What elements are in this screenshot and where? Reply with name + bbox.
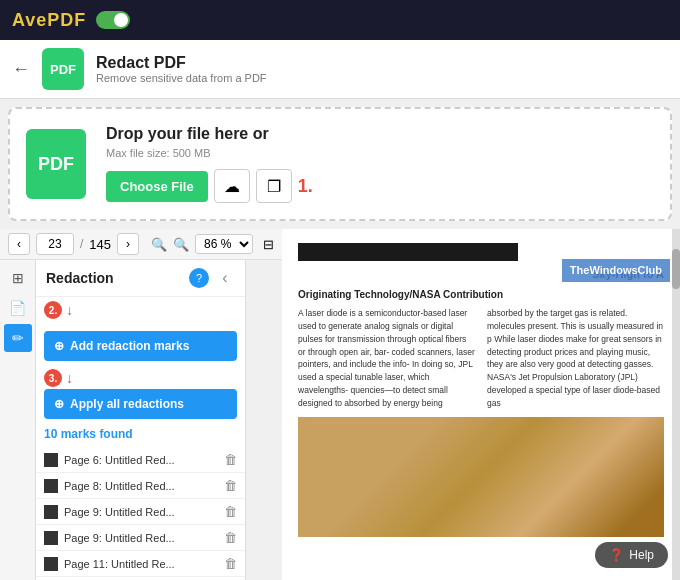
- apply-redactions-button[interactable]: ⊕ Apply all redactions: [44, 389, 237, 419]
- upload-buttons: Choose File ☁ ❐ 1.: [106, 169, 654, 203]
- mark-label: Page 9: Untitled Red...: [64, 506, 218, 518]
- dropbox-icon: ❐: [267, 177, 281, 196]
- zoom-search-icon[interactable]: 🔍: [173, 237, 189, 252]
- page-number-input[interactable]: [36, 233, 74, 255]
- page-title: Redact PDF: [96, 54, 267, 72]
- help-button[interactable]: ❓ Help: [595, 542, 668, 568]
- scrollbar[interactable]: [672, 229, 680, 580]
- delete-mark-button[interactable]: 🗑: [224, 530, 237, 545]
- redact-button[interactable]: ✏: [4, 324, 32, 352]
- pdf-area: Sky-High to A TheWindowsClub Originating…: [282, 229, 680, 580]
- arrow-down-2: ↓: [66, 302, 73, 318]
- list-item: Page 9: Untitled Red... 🗑: [36, 525, 245, 551]
- list-item: Page 8: Untitled Red... 🗑: [36, 473, 245, 499]
- mark-checkbox[interactable]: [44, 557, 58, 571]
- redaction-panel: Redaction ? ‹ 2. ↓: [36, 260, 246, 580]
- toolbar-left: ⊞ 📄 ✏: [0, 260, 36, 580]
- back-button[interactable]: ←: [12, 59, 30, 80]
- search-icon[interactable]: 🔍: [151, 237, 167, 252]
- mark-label: Page 9: Untitled Red...: [64, 532, 218, 544]
- pdf-content: Sky-High to A TheWindowsClub Originating…: [282, 229, 680, 551]
- marks-count: 10 marks found: [36, 427, 245, 447]
- mark-label: Page 6: Untitled Red...: [64, 454, 218, 466]
- zoom-selector[interactable]: 86 %: [195, 234, 253, 254]
- app-container: AvePDF ← PDF Redact PDF Remove sensitive…: [0, 0, 680, 580]
- cloud-icon: ☁: [224, 177, 240, 196]
- arrow-1-annotation: 1.: [298, 176, 313, 197]
- toggle-switch[interactable]: [96, 11, 130, 29]
- bottom-section: ‹ / 145 › 🔍 🔍 86 % ⊟ ⊞ 📄 ✏: [0, 229, 680, 580]
- delete-mark-button[interactable]: 🗑: [224, 478, 237, 493]
- google-drive-button[interactable]: ☁: [214, 169, 250, 203]
- delete-mark-button[interactable]: 🗑: [224, 452, 237, 467]
- header-text: Redact PDF Remove sensitive data from a …: [96, 54, 267, 84]
- app-logo: AvePDF: [12, 10, 86, 31]
- mark-checkbox[interactable]: [44, 479, 58, 493]
- panel-title: Redaction: [46, 270, 114, 286]
- mark-checkbox[interactable]: [44, 505, 58, 519]
- layout-icon[interactable]: ⊟: [263, 237, 274, 252]
- upload-subtitle: Max file size: 500 MB: [106, 147, 654, 159]
- pdf-subheading: Originating Technology/NASA Contribution: [298, 288, 664, 302]
- add-redaction-icon: ⊕: [54, 339, 64, 353]
- top-bar: AvePDF: [0, 0, 680, 40]
- mark-label: Page 11: Untitled Re...: [64, 558, 218, 570]
- help-icon: ❓: [609, 548, 624, 562]
- redacted-bar: [298, 243, 518, 261]
- upload-title: Drop your file here or: [106, 125, 654, 143]
- marks-list: Page 6: Untitled Red... 🗑 Page 8: Untitl…: [36, 447, 245, 580]
- list-item: Page 9: Untitled Red... 🗑: [36, 499, 245, 525]
- panel-help-button[interactable]: ?: [189, 268, 209, 288]
- choose-file-button[interactable]: Choose File: [106, 171, 208, 202]
- scrollbar-thumb[interactable]: [672, 249, 680, 289]
- total-pages: 145: [89, 237, 111, 252]
- arrow-down-3: ↓: [66, 370, 73, 386]
- pdf-page: Sky-High to A TheWindowsClub Originating…: [282, 229, 680, 580]
- page-header: ← PDF Redact PDF Remove sensitive data f…: [0, 40, 680, 99]
- add-redaction-button[interactable]: ⊕ Add redaction marks: [44, 331, 237, 361]
- delete-mark-button[interactable]: 🗑: [224, 556, 237, 571]
- pdf-icon: PDF: [26, 129, 86, 199]
- list-item: Page 6: Untitled Red... 🗑: [36, 447, 245, 473]
- delete-mark-button[interactable]: 🗑: [224, 504, 237, 519]
- pdf-coin-image: [298, 417, 664, 537]
- annotation-3: 3.: [44, 369, 62, 387]
- panel-close-button[interactable]: ‹: [215, 268, 235, 288]
- mark-label: Page 8: Untitled Red...: [64, 480, 218, 492]
- watermark: TheWindowsClub: [562, 259, 670, 282]
- mark-checkbox[interactable]: [44, 453, 58, 467]
- next-page-button[interactable]: ›: [117, 233, 139, 255]
- upload-area: PDF Drop your file here or Max file size…: [8, 107, 672, 221]
- left-side: ‹ / 145 › 🔍 🔍 86 % ⊟ ⊞ 📄 ✏: [0, 229, 282, 580]
- page-separator: /: [80, 237, 83, 251]
- mark-checkbox[interactable]: [44, 531, 58, 545]
- grid-view-button[interactable]: ⊞: [4, 264, 32, 292]
- dropbox-button[interactable]: ❐: [256, 169, 292, 203]
- list-item: Page 11: Untitled Re... 🗑: [36, 551, 245, 577]
- pdf-body-text: A laser diode is a semiconductor-based l…: [298, 307, 664, 409]
- annotation-2: 2.: [44, 301, 62, 319]
- upload-right: Drop your file here or Max file size: 50…: [106, 125, 654, 203]
- tool-icon: PDF: [42, 48, 84, 90]
- pagination-bar: ‹ / 145 › 🔍 🔍 86 % ⊟: [0, 229, 282, 260]
- panel-header: Redaction ? ‹: [36, 260, 245, 297]
- apply-redaction-icon: ⊕: [54, 397, 64, 411]
- prev-page-button[interactable]: ‹: [8, 233, 30, 255]
- document-button[interactable]: 📄: [4, 294, 32, 322]
- page-subtitle: Remove sensitive data from a PDF: [96, 72, 267, 84]
- pdf-col3: While laser diodes make for great sensor…: [487, 334, 662, 408]
